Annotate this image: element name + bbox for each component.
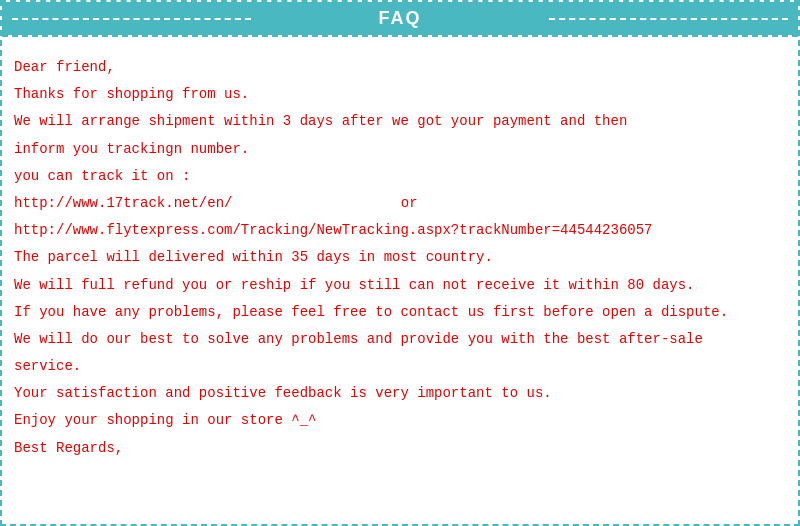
line-13: Your satisfaction and positive feedback … <box>14 381 786 406</box>
line-5: you can track it on : <box>14 164 786 189</box>
content-area: Dear friend, Thanks for shopping from us… <box>2 37 798 481</box>
line-12: service. <box>14 354 786 379</box>
line-1: Dear friend, <box>14 55 786 80</box>
track-link-1[interactable]: http://www.17track.net/en/ <box>14 195 232 211</box>
page-wrapper: FAQ Dear friend, Thanks for shopping fro… <box>0 0 800 526</box>
line-14: Enjoy your shopping in our store ^_^ <box>14 408 786 433</box>
line-7: http://www.flytexpress.com/Tracking/NewT… <box>14 218 786 243</box>
line-10: If you have any problems, please feel fr… <box>14 300 786 325</box>
line-11: We will do our best to solve any problem… <box>14 327 786 352</box>
line-8: The parcel will delivered within 35 days… <box>14 245 786 270</box>
line-4: inform you trackingn number. <box>14 137 786 162</box>
line-3: We will arrange shipment within 3 days a… <box>14 109 786 134</box>
line-2: Thanks for shopping from us. <box>14 82 786 107</box>
line-15: Best Regards, <box>14 436 786 461</box>
track-or: or <box>401 195 418 211</box>
line-9: We will full refund you or reship if you… <box>14 273 786 298</box>
header-title: FAQ <box>378 8 421 28</box>
track-link-2[interactable]: http://www.flytexpress.com/Tracking/NewT… <box>14 222 653 238</box>
line-6: http://www.17track.net/en/ or <box>14 191 786 216</box>
header: FAQ <box>2 2 798 35</box>
